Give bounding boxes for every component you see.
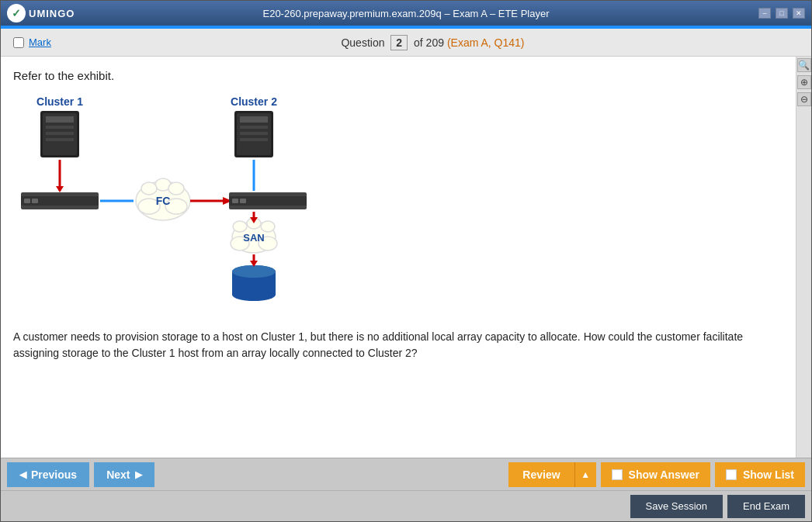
svg-rect-6 [24,199,30,203]
svg-marker-8 [56,186,64,192]
dropdown-chevron-icon: ▲ [581,469,590,480]
question-text: A customer needs to provision storage to… [13,329,783,361]
svg-point-30 [232,265,276,278]
question-number: 2 [390,35,408,50]
svg-point-26 [233,221,247,232]
mark-label[interactable]: Mark [29,36,51,48]
close-button[interactable]: ✕ [793,8,805,19]
cluster1-label: Cluster 1 [36,95,83,108]
svg-rect-2 [46,126,74,129]
mark-section: Mark [13,36,51,48]
show-answer-checkbox-icon [612,469,623,480]
fc-label: FC [156,195,171,207]
of-label: of 209 [414,36,444,49]
svg-point-12 [141,182,157,195]
exam-info: (Exam A, Q141) [447,36,525,49]
bottom-bar2: Save Session End Exam [1,490,811,521]
svg-rect-21 [240,132,268,135]
mark-checkbox[interactable] [13,37,24,48]
window-title: E20-260.prepaway.premium.exam.209q – Exa… [262,8,549,19]
content-area: Refer to the exhibit. Cluster 1 Cluster … [1,57,796,458]
svg-point-27 [261,221,275,232]
review-button[interactable]: Review [508,462,574,487]
end-exam-button[interactable]: End Exam [727,495,805,518]
network-diagram: Cluster 1 Cluster 2 [13,92,339,316]
logo: ✓ UMINGO [7,4,75,22]
svg-rect-22 [240,138,268,141]
svg-rect-1 [46,116,74,123]
svg-rect-17 [240,199,246,203]
logo-text: UMINGO [29,8,75,19]
previous-button[interactable]: ◀ Previous [7,462,89,487]
cluster2-label: Cluster 2 [231,95,277,108]
show-list-checkbox-icon [726,469,737,480]
save-session-button[interactable]: Save Session [630,495,724,518]
main-window: ✓ UMINGO E20-260.prepaway.premium.exam.2… [0,0,812,522]
question-header: Mark Question 2 of 209 (Exam A, Q141) [1,29,811,57]
question-label: Question [341,36,384,49]
previous-chevron-icon: ◀ [19,469,26,480]
zoom-in-button[interactable]: ⊕ [797,75,811,89]
storage-bottom [232,289,276,301]
review-dropdown-button[interactable]: ▲ [574,462,596,487]
diagram: Cluster 1 Cluster 2 [13,92,783,316]
zoom-controls: 🔍 ⊕ ⊖ [796,57,811,458]
show-list-button[interactable]: Show List [715,462,805,487]
svg-rect-7 [32,199,38,203]
checkmark-icon: ✓ [12,7,21,19]
question-info: Question 2 of 209 (Exam A, Q141) [67,35,799,50]
svg-rect-19 [240,116,268,123]
next-chevron-icon: ▶ [135,469,142,480]
next-button[interactable]: Next ▶ [94,462,154,487]
title-bar: ✓ UMINGO E20-260.prepaway.premium.exam.2… [1,1,811,26]
san-label: SAN [243,232,264,244]
svg-rect-3 [46,132,74,135]
svg-rect-20 [240,126,268,129]
zoom-out-button[interactable]: ⊖ [797,92,811,106]
svg-rect-4 [46,138,74,141]
refer-text: Refer to the exhibit. [13,69,783,82]
bottom-toolbar: ◀ Previous Next ▶ Review ▲ Show Answer S… [1,458,811,490]
window-controls: – □ ✕ [758,8,805,19]
review-group: Review ▲ [508,462,595,487]
svg-point-13 [168,182,184,195]
minimize-button[interactable]: – [758,8,771,19]
svg-rect-16 [232,199,238,203]
title-bar-left: ✓ UMINGO [7,4,75,22]
maximize-button[interactable]: □ [776,8,788,19]
zoom-search-button[interactable]: 🔍 [797,58,811,72]
content-wrapper: Refer to the exhibit. Cluster 1 Cluster … [1,57,811,458]
logo-icon: ✓ [7,4,26,22]
show-answer-button[interactable]: Show Answer [601,462,710,487]
